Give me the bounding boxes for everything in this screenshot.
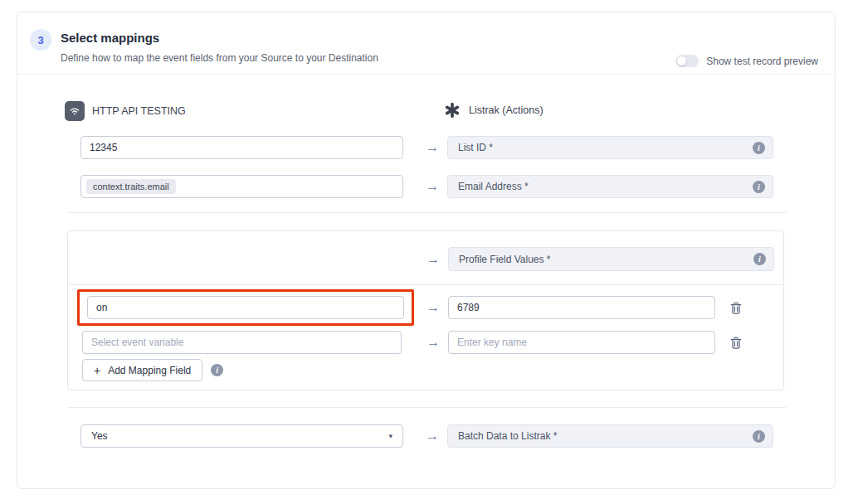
trash-icon: [730, 302, 742, 314]
profile-label: Profile Field Values *: [459, 254, 551, 265]
arrow-icon: →: [416, 136, 449, 159]
destination-name: Listrak (Actions): [469, 104, 543, 116]
step-number-badge: 3: [30, 29, 51, 51]
listrak-logo-icon: [443, 101, 461, 119]
plus-icon: +: [94, 364, 100, 377]
page-subtitle: Define how to map the event fields from …: [61, 52, 378, 64]
add-mapping-field-label: Add Mapping Field: [108, 365, 191, 376]
preview-toggle[interactable]: [675, 55, 699, 67]
select-mappings-card: 3 Select mappings Define how to map the …: [17, 12, 836, 489]
list-id-destination-field: List ID * i: [447, 136, 773, 159]
source-name: HTTP API TESTING: [92, 105, 186, 117]
step-header: 3 Select mappings Define how to map the …: [17, 12, 835, 75]
batch-label: Batch Data to Listrak *: [458, 430, 557, 442]
toggle-knob: [677, 56, 686, 65]
page-title: Select mappings: [61, 31, 159, 45]
delete-row-button[interactable]: [727, 333, 745, 351]
info-icon[interactable]: i: [753, 181, 765, 193]
source-header: HTTP API TESTING: [65, 101, 186, 121]
preview-toggle-wrap: Show test record preview: [675, 55, 818, 67]
mapping-value-input[interactable]: [448, 296, 715, 319]
email-destination-field: Email Address * i: [447, 175, 773, 198]
event-variable-select-input[interactable]: [82, 331, 402, 354]
profile-field-values-box: → Profile Field Values * i → → + Add Map…: [67, 230, 784, 390]
highlight-rectangle: [77, 289, 414, 326]
info-icon[interactable]: i: [753, 430, 765, 443]
email-label: Email Address *: [458, 181, 529, 192]
section-divider: [67, 212, 786, 213]
add-mapping-row: + Add Mapping Field i: [82, 359, 223, 381]
box-divider: [68, 284, 783, 285]
preview-toggle-label: Show test record preview: [706, 56, 818, 67]
list-id-source-input[interactable]: [80, 136, 403, 159]
arrow-icon: →: [417, 296, 450, 319]
info-icon[interactable]: i: [753, 142, 765, 154]
wifi-source-icon: [65, 101, 85, 121]
key-name-input[interactable]: [448, 331, 715, 354]
arrow-icon: →: [417, 331, 450, 354]
arrow-icon: →: [417, 247, 450, 271]
batch-source-select[interactable]: Yes ▾: [80, 424, 403, 448]
arrow-icon: →: [416, 424, 449, 448]
arrow-icon: →: [416, 175, 449, 198]
batch-selected-value: Yes: [91, 430, 108, 442]
mapping-key-input[interactable]: [87, 296, 404, 319]
profile-destination-field: Profile Field Values * i: [448, 247, 774, 271]
batch-destination-field: Batch Data to Listrak * i: [447, 424, 773, 448]
list-id-label: List ID *: [458, 142, 493, 153]
trash-icon: [730, 337, 742, 349]
info-icon[interactable]: i: [211, 364, 223, 376]
delete-row-button[interactable]: [727, 298, 745, 317]
add-mapping-field-button[interactable]: + Add Mapping Field: [82, 359, 202, 381]
event-variable-chip[interactable]: context.traits.email: [86, 179, 176, 194]
destination-header: Listrak (Actions): [443, 101, 543, 119]
section-divider: [67, 407, 786, 408]
caret-down-icon: ▾: [388, 432, 392, 440]
email-source-input[interactable]: context.traits.email: [80, 175, 403, 198]
info-icon[interactable]: i: [753, 253, 766, 265]
